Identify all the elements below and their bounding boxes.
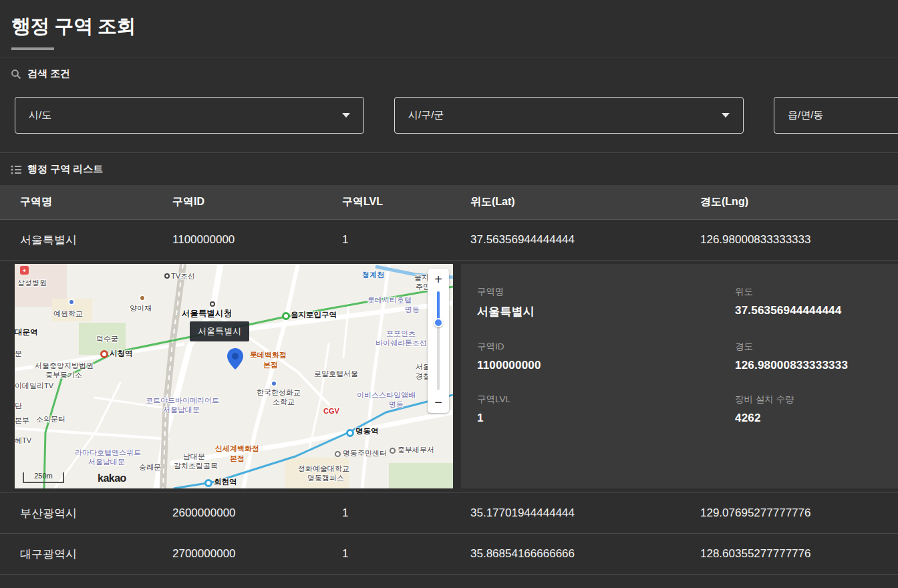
- search-icon: [11, 69, 21, 80]
- select-eupmyeondong[interactable]: 읍/면/동: [774, 97, 898, 134]
- column-header: 구역ID: [172, 195, 342, 209]
- search-section-header: 검색 조건: [0, 57, 898, 80]
- table-row[interactable]: 부산광역시2600000000135.17701944444444129.076…: [0, 493, 898, 534]
- column-header: 구역명: [20, 195, 172, 209]
- title-underline: [11, 47, 54, 50]
- list-icon: [11, 165, 21, 174]
- kakao-logo[interactable]: kakao: [98, 472, 126, 484]
- page-title: 행정 구역 조회: [11, 13, 887, 40]
- table-row[interactable]: 대구광역시2700000000135.86854166666666128.603…: [0, 534, 898, 575]
- detail-field: 구역명서울특별시: [477, 286, 735, 319]
- column-header: 경도(Lng): [700, 195, 898, 209]
- select-label: 읍/면/동: [788, 109, 823, 122]
- list-section-title: 행정 구역 리스트: [27, 163, 103, 176]
- cell-id: 2600000000: [172, 506, 342, 520]
- expanded-detail-row: 삼성병원TV조선청계천을지주민예원학교양이재서울특별시청을지로입구역롯데시티호텔…: [0, 261, 898, 493]
- detail-field-label: 장비 설치 수량: [735, 394, 885, 406]
- detail-field: 경도126.98000833333333: [735, 341, 885, 372]
- detail-panel: 구역명서울특별시위도37.56356944444444구역ID110000000…: [461, 264, 898, 488]
- page-header: 행정 구역 조회: [0, 0, 898, 57]
- detail-field: 구역LVL1: [477, 394, 735, 425]
- detail-field: 구역ID1100000000: [477, 341, 735, 372]
- cell-name: 대구광역시: [20, 547, 172, 562]
- zoom-out-button[interactable]: −: [428, 392, 449, 413]
- cell-lng: 126.98000833333333: [700, 233, 898, 247]
- select-label: 시/구/군: [408, 109, 444, 122]
- zoom-in-button[interactable]: +: [428, 269, 449, 290]
- cell-lat: 35.17701944444444: [470, 506, 700, 520]
- list-section-header: 행정 구역 리스트: [0, 153, 898, 176]
- map-scale: 250m: [23, 472, 64, 483]
- detail-field-value: 1100000000: [477, 359, 735, 372]
- zoom-slider[interactable]: [437, 291, 440, 390]
- search-section-title: 검색 조건: [27, 67, 70, 80]
- detail-field-label: 위도: [735, 286, 885, 298]
- cell-lng: 128.60355277777776: [700, 547, 898, 561]
- detail-field-value: 서울특별시: [477, 304, 735, 319]
- select-sigungu[interactable]: 시/구/군: [394, 97, 744, 134]
- cell-id: 1100000000: [172, 233, 342, 247]
- district-table: 구역명구역ID구역LVL위도(Lat)경도(Lng) 서울특별시11000000…: [0, 185, 898, 575]
- detail-field-label: 경도: [735, 341, 885, 353]
- column-header: 위도(Lat): [470, 195, 700, 209]
- zoom-control: + −: [428, 269, 449, 413]
- detail-grid: 구역명서울특별시위도37.56356944444444구역ID110000000…: [477, 286, 885, 425]
- cell-lat: 37.56356944444444: [470, 233, 700, 247]
- detail-field-value: 37.56356944444444: [735, 304, 885, 317]
- cell-id: 2700000000: [172, 547, 342, 561]
- search-filters-row: 시/도시/구/군읍/면/동: [0, 80, 898, 153]
- detail-field-value: 4262: [735, 412, 885, 425]
- map[interactable]: 삼성병원TV조선청계천을지주민예원학교양이재서울특별시청을지로입구역롯데시티호텔…: [15, 264, 453, 488]
- detail-field-value: 126.98000833333333: [735, 359, 885, 372]
- map-marker-pin[interactable]: [227, 348, 243, 370]
- chevron-down-icon: [342, 113, 350, 118]
- table-header-row: 구역명구역ID구역LVL위도(Lat)경도(Lng): [0, 185, 898, 220]
- map-scale-label: 250m: [34, 472, 53, 480]
- zoom-slider-handle[interactable]: [434, 318, 443, 327]
- column-header: 구역LVL: [342, 195, 470, 209]
- cell-lvl: 1: [342, 233, 470, 247]
- cell-name: 부산광역시: [20, 506, 172, 521]
- detail-field: 위도37.56356944444444: [735, 286, 885, 319]
- cell-name: 서울특별시: [20, 233, 172, 248]
- cell-lvl: 1: [342, 506, 470, 520]
- cell-lvl: 1: [342, 547, 470, 561]
- detail-field-label: 구역LVL: [477, 394, 735, 406]
- cell-lat: 35.86854166666666: [470, 547, 700, 561]
- table-body: 서울특별시1100000000137.56356944444444126.980…: [0, 220, 898, 575]
- detail-field-label: 구역ID: [477, 341, 735, 353]
- map-canvas: [15, 264, 453, 488]
- select-sido[interactable]: 시/도: [15, 97, 364, 134]
- detail-field-value: 1: [477, 412, 735, 425]
- detail-field: 장비 설치 수량4262: [735, 394, 885, 425]
- chevron-down-icon: [722, 113, 730, 118]
- cell-lng: 129.07695277777776: [700, 506, 898, 520]
- table-row[interactable]: 서울특별시1100000000137.56356944444444126.980…: [0, 220, 898, 261]
- select-label: 시/도: [29, 109, 51, 122]
- detail-field-label: 구역명: [477, 286, 735, 298]
- map-tooltip: 서울특별시: [190, 321, 249, 341]
